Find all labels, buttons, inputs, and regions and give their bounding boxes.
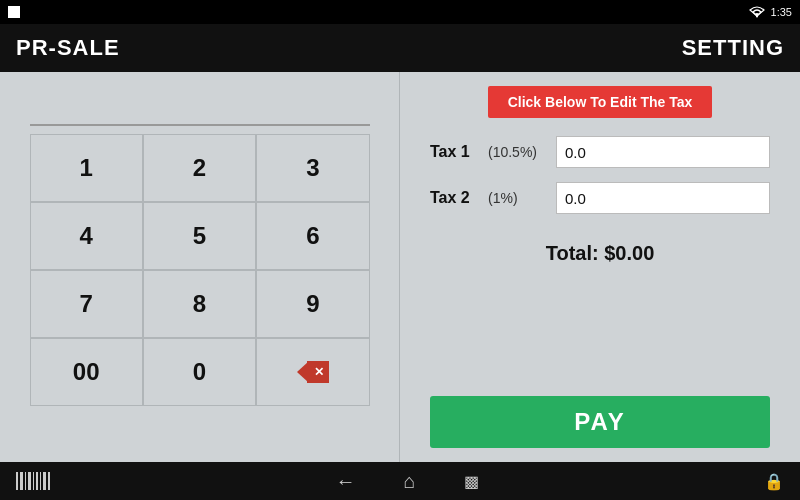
key-1[interactable]: 1 [30, 134, 143, 202]
status-right-icons: 1:35 [749, 6, 792, 18]
tax1-row: Tax 1 (10.5%) [430, 134, 770, 170]
top-bar: PR-SALE SETTING [0, 24, 800, 72]
tax1-label: Tax 1 [430, 143, 480, 161]
recent-apps-icon[interactable]: ▩ [464, 472, 479, 491]
key-8[interactable]: 8 [143, 270, 256, 338]
home-icon[interactable]: ⌂ [403, 470, 415, 493]
app-title: PR-SALE [16, 35, 120, 61]
barcode-icon [16, 472, 50, 490]
bottom-bar: ← ⌂ ▩ 🔒 [0, 462, 800, 500]
key-6[interactable]: 6 [256, 202, 369, 270]
key-7[interactable]: 7 [30, 270, 143, 338]
keypad: 1 2 3 4 5 6 7 8 9 00 0 [30, 134, 370, 406]
key-4[interactable]: 4 [30, 202, 143, 270]
tax2-row: Tax 2 (1%) [430, 180, 770, 216]
delete-icon [297, 361, 329, 383]
pay-button[interactable]: PAY [430, 396, 770, 448]
total-section: Total: $0.00 [430, 242, 770, 265]
status-left-icons [8, 6, 20, 18]
key-00[interactable]: 00 [30, 338, 143, 406]
display-amount[interactable]: $00.00 [30, 82, 370, 126]
back-icon[interactable]: ← [335, 470, 355, 493]
tax2-rate: (1%) [488, 190, 548, 206]
tax1-rate: (10.5%) [488, 144, 548, 160]
right-panel: Click Below To Edit The Tax Tax 1 (10.5%… [400, 72, 800, 462]
total-text: Total: $0.00 [546, 242, 655, 264]
bottom-center-icons: ← ⌂ ▩ [335, 470, 478, 493]
lock-icon[interactable]: 🔒 [764, 472, 784, 491]
svg-point-0 [756, 16, 758, 18]
wifi-icon [749, 6, 765, 18]
key-9[interactable]: 9 [256, 270, 369, 338]
key-delete[interactable] [256, 338, 369, 406]
tax2-label: Tax 2 [430, 189, 480, 207]
status-bar: 1:35 [0, 0, 800, 24]
key-3[interactable]: 3 [256, 134, 369, 202]
left-panel: $00.00 1 2 3 4 5 6 7 8 9 00 0 [0, 72, 400, 462]
main-content: $00.00 1 2 3 4 5 6 7 8 9 00 0 Click Belo… [0, 72, 800, 462]
signal-icon [8, 6, 20, 18]
key-2[interactable]: 2 [143, 134, 256, 202]
key-5[interactable]: 5 [143, 202, 256, 270]
clock: 1:35 [771, 6, 792, 18]
setting-title: SETTING [682, 35, 784, 61]
tax2-input[interactable] [556, 182, 770, 214]
key-0[interactable]: 0 [143, 338, 256, 406]
edit-tax-button[interactable]: Click Below To Edit The Tax [488, 86, 713, 118]
tax1-input[interactable] [556, 136, 770, 168]
